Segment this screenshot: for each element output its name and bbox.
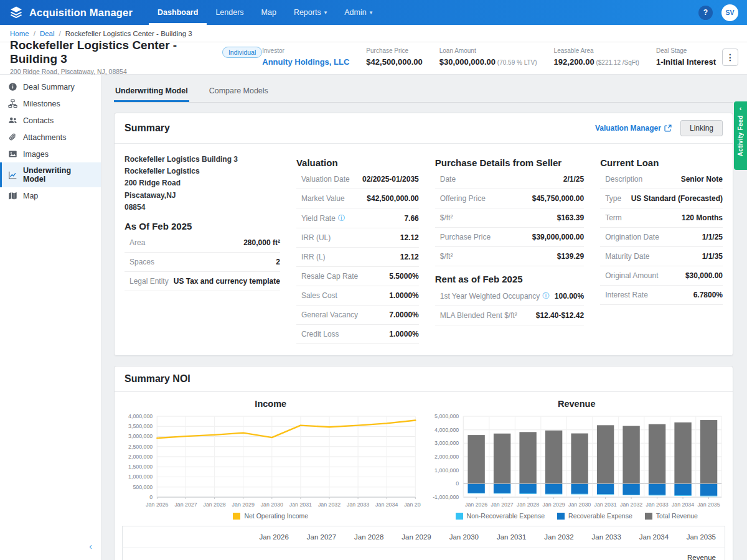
activity-feed-tab[interactable]: ‹ Activity Feed — [734, 101, 747, 170]
stat-value-text: $42,500,000.00 — [366, 57, 422, 67]
legend-item-total-revenue: Total Revenue — [645, 512, 698, 520]
stat-value: Annuity Holdings, LLC — [262, 57, 349, 67]
sidebar-item-deal-summary[interactable]: Deal Summary — [0, 78, 101, 95]
sidebar-item-label: Underwriting Model — [23, 166, 95, 184]
deal-header-left: Rockefeller Logistics Center - Building … — [10, 39, 262, 75]
field-label: Original Amount — [605, 271, 658, 280]
svg-text:Jan 2026: Jan 2026 — [146, 502, 168, 508]
legend-label: Recoverable Expense — [568, 512, 632, 520]
field-value: $45,750,000.00 — [532, 194, 584, 203]
field-label: Valuation Date — [301, 175, 350, 184]
sidebar-item-images[interactable]: Images — [0, 146, 101, 162]
svg-text:2,000,000: 2,000,000 — [435, 454, 459, 460]
help-icon[interactable]: ? — [698, 6, 713, 20]
field-row-irr-l: IRR (L)12.12 — [296, 248, 419, 267]
sidebar-collapse-icon[interactable]: ‹ — [89, 541, 92, 551]
property-line: 08854 — [125, 202, 280, 213]
deal-actions-menu-button[interactable]: ⋮ — [722, 49, 738, 66]
breadcrumb-separator: / — [34, 30, 35, 37]
property-address-block: Rockefeller Logistics Building 3Rockefel… — [125, 154, 280, 213]
field-row-origination-date: Origination Date1/1/25 — [600, 228, 723, 247]
svg-text:1,000,000: 1,000,000 — [435, 467, 459, 474]
svg-text:0: 0 — [456, 480, 459, 487]
field-row-general-vacancy: General Vacancy7.0000% — [296, 306, 419, 325]
field-row-ft: $/ft²$139.29 — [435, 247, 584, 266]
stat-value-text: 1-Initial Interest — [656, 57, 716, 67]
user-avatar[interactable]: SV — [721, 4, 738, 21]
field-label: MLA Blended Rent $/ft² — [440, 311, 517, 320]
external-link-icon — [664, 124, 672, 132]
sidebar-item-attachments[interactable]: Attachments — [0, 129, 101, 146]
noi-col-jan-2033: Jan 2033 — [583, 526, 630, 548]
field-row-irr-ul: IRR (UL)12.12 — [296, 228, 419, 248]
svg-text:-1,000,000: -1,000,000 — [433, 494, 459, 500]
field-row-valuation-date: Valuation Date02/2025-01/2035 — [296, 170, 419, 189]
field-row-1st-year-weighted-occupancy: 1st Year Weighted Occupancyⓘ100.00% — [435, 286, 584, 306]
info-icon[interactable]: ⓘ — [338, 213, 345, 223]
svg-text:Jan 2035: Jan 2035 — [404, 502, 420, 508]
sidebar-item-label: Map — [23, 192, 38, 200]
svg-text:1,500,000: 1,500,000 — [128, 464, 153, 470]
svg-text:Jan 2029: Jan 2029 — [232, 502, 255, 508]
field-label: Origination Date — [605, 233, 659, 241]
svg-text:Jan 2027: Jan 2027 — [174, 502, 197, 508]
field-value: 100.00% — [555, 292, 584, 301]
stat-note: ($221.12 /SqFt) — [594, 59, 639, 66]
chevron-down-icon: ▾ — [370, 9, 373, 16]
sidebar-item-map[interactable]: Map — [0, 187, 101, 204]
income-chart-title: Income — [121, 399, 421, 409]
field-value: $30,000.00 — [685, 271, 723, 280]
stat-label: Investor — [262, 47, 349, 54]
svg-text:Jan 2027: Jan 2027 — [491, 502, 513, 508]
revenue-chart-title: Revenue — [427, 399, 727, 409]
sidebar-item-label: Contacts — [23, 116, 54, 125]
nav-item-label: Admin — [344, 8, 366, 17]
field-row-sales-cost: Sales Cost1.0000% — [296, 286, 419, 306]
field-row-ft: $/ft²$163.39 — [435, 208, 584, 228]
field-value: US Tax and currency template — [174, 277, 280, 286]
attachment-icon — [8, 133, 17, 142]
field-row-original-amount: Original Amount$30,000.00 — [600, 266, 723, 286]
deal-stats: InvestorAnnuity Holdings, LLCPurchase Pr… — [262, 47, 722, 67]
stat-value-text[interactable]: Annuity Holdings, LLC — [262, 57, 349, 67]
nav-item-admin[interactable]: Admin▾ — [336, 0, 381, 25]
field-label: $/ft² — [440, 252, 453, 261]
nav-item-dashboard[interactable]: Dashboard — [149, 0, 207, 25]
linking-button[interactable]: Linking — [680, 120, 723, 136]
app-title: Acquisition Manager — [29, 7, 133, 19]
sidebar-item-underwriting-model[interactable]: Underwriting Model — [0, 162, 101, 187]
field-label: Offering Price — [440, 194, 486, 203]
nav-item-map[interactable]: Map — [253, 0, 285, 25]
tab-compare-models[interactable]: Compare Models — [208, 80, 270, 102]
field-label: $/ft² — [440, 213, 453, 222]
stat-loan-amount: Loan Amount$30,000,000.00 (70.59 % LTV) — [439, 47, 537, 67]
tab-underwriting-model[interactable]: Underwriting Model — [114, 80, 189, 102]
property-line: Rockefeller Logistics Building 3 — [125, 154, 280, 166]
valuation-manager-link[interactable]: Valuation Manager — [595, 124, 672, 133]
stat-leasable-area: Leasable Area192,200.00 ($221.12 /SqFt) — [554, 47, 639, 67]
legend-swatch — [233, 513, 240, 520]
noi-table: Jan 2026Jan 2027Jan 2028Jan 2029Jan 2030… — [122, 526, 725, 560]
section-heading-purchase-details-from-seller: Purchase Details from Seller — [435, 157, 584, 168]
field-row-legal-entity: Legal EntityUS Tax and currency template — [125, 272, 280, 291]
noi-table-corner — [123, 526, 250, 548]
summary-card: Summary Valuation Manager Linking Rockef… — [114, 113, 733, 356]
field-value: 2/1/25 — [563, 175, 584, 184]
field-row-purchase-price: Purchase Price$39,000,000.00 — [435, 228, 584, 247]
nav-item-reports[interactable]: Reports▾ — [285, 0, 336, 25]
field-label: Legal Entity — [129, 277, 169, 286]
sidebar-item-contacts[interactable]: Contacts — [0, 112, 101, 129]
legend-swatch — [557, 513, 565, 520]
deal-type-badge: Individual — [222, 47, 262, 58]
stat-deal-stage: Deal Stage1-Initial Interest — [656, 47, 716, 67]
sidebar-item-milestones[interactable]: Milestones — [0, 95, 101, 112]
noi-col-jan-2026: Jan 2026 — [250, 526, 298, 548]
stat-value-text: $30,000,000.00 — [439, 57, 496, 67]
field-label: Credit Loss — [301, 330, 339, 338]
breadcrumb-item-rockefeller-logistics-center-b: Rockefeller Logistics Center - Building … — [65, 30, 192, 37]
breadcrumb-item-deal[interactable]: Deal — [40, 30, 55, 37]
stat-value: 192,200.00 ($221.12 /SqFt) — [554, 57, 639, 67]
nav-item-lenders[interactable]: Lenders — [207, 0, 252, 25]
info-icon[interactable]: ⓘ — [542, 291, 550, 301]
breadcrumb-item-home[interactable]: Home — [10, 30, 29, 37]
